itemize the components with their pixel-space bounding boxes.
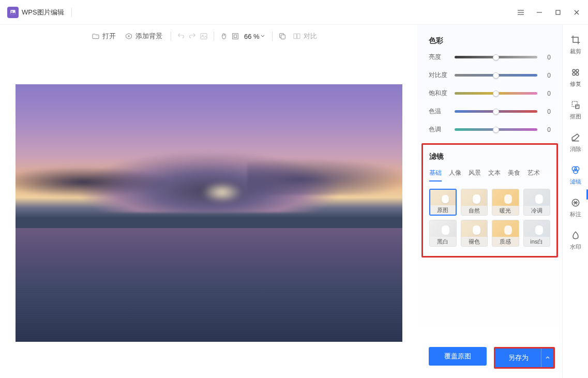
undo-icon[interactable] xyxy=(176,32,186,41)
slider-thumb[interactable] xyxy=(493,109,499,115)
side-tool-crop[interactable]: 裁剪 xyxy=(570,34,581,55)
slider-saturation: 饱和度 0 xyxy=(429,89,551,98)
filter-icon xyxy=(570,164,581,176)
saveas-button[interactable]: 另存为 xyxy=(495,349,541,367)
maximize-icon[interactable] xyxy=(551,5,565,20)
saveas-highlight: 另存为 xyxy=(494,347,555,369)
app-logo-icon xyxy=(7,7,19,18)
filter-grid: 原图 自然 暖光 冷调 黑白 褪色 质感 ins白 xyxy=(429,189,550,247)
chevron-down-icon xyxy=(261,34,265,38)
separator xyxy=(171,32,171,41)
filter-item-natural[interactable]: 自然 xyxy=(461,189,488,216)
side-tool-cutout[interactable]: 抠图 xyxy=(570,99,581,120)
slider-temperature: 色温 0 xyxy=(429,107,551,116)
svg-point-19 xyxy=(576,69,578,72)
cutout-icon xyxy=(570,99,581,111)
zoom-value[interactable]: 66 % xyxy=(242,33,267,40)
slider-value: 0 xyxy=(541,54,551,61)
slider-track[interactable] xyxy=(455,110,537,113)
slider-value: 0 xyxy=(541,108,551,115)
slider-tint: 色调 0 xyxy=(429,125,551,134)
minimize-icon[interactable] xyxy=(532,5,547,20)
side-tool-watermark[interactable]: 水印 xyxy=(570,230,581,251)
filter-tab-text[interactable]: 文本 xyxy=(488,169,501,182)
filter-item-bw[interactable]: 黑白 xyxy=(429,220,457,247)
slider-thumb[interactable] xyxy=(493,127,499,133)
slider-label: 饱和度 xyxy=(429,89,450,98)
slider-label: 色调 xyxy=(429,125,450,134)
overwrite-button[interactable]: 覆盖原图 xyxy=(429,347,487,366)
canvas-area: 打开 添加背景 66 % 对比 xyxy=(0,25,417,378)
slider-thumb[interactable] xyxy=(493,72,499,79)
filter-item-texture[interactable]: 质感 xyxy=(492,220,519,247)
menu-icon[interactable] xyxy=(514,5,528,20)
watermark-icon xyxy=(570,230,581,241)
slider-thumb[interactable] xyxy=(493,54,499,61)
redo-icon[interactable] xyxy=(188,32,197,41)
compare-label: 对比 xyxy=(304,32,317,41)
svg-rect-16 xyxy=(294,34,296,38)
filter-item-inswhite[interactable]: ins白 xyxy=(523,220,551,247)
slider-track[interactable] xyxy=(455,56,537,58)
hand-icon[interactable] xyxy=(219,32,229,41)
slider-thumb[interactable] xyxy=(493,90,499,97)
side-tool-repair[interactable]: 修复 xyxy=(570,67,581,88)
close-icon[interactable] xyxy=(569,5,584,20)
svg-rect-11 xyxy=(201,34,207,39)
filter-tab-art[interactable]: 艺术 xyxy=(527,169,540,182)
compare-icon xyxy=(292,32,301,41)
bottom-bar: 覆盖原图 另存为 xyxy=(429,347,555,369)
slider-brightness: 亮度 0 xyxy=(429,53,551,62)
titlebar: WPS图片编辑 xyxy=(0,0,588,25)
svg-rect-17 xyxy=(297,34,299,38)
crop-icon xyxy=(570,34,581,46)
filter-tabs: 基础 人像 风景 文本 美食 艺术 xyxy=(429,169,550,182)
svg-point-1 xyxy=(11,11,12,12)
svg-rect-13 xyxy=(233,34,238,39)
compare-button[interactable]: 对比 xyxy=(289,29,320,43)
right-panel: 色彩 亮度 0 对比度 0 饱和度 0 色温 0 色调 0 滤镜 xyxy=(417,25,562,378)
svg-point-26 xyxy=(575,167,579,171)
image-preview xyxy=(16,84,402,342)
svg-point-20 xyxy=(572,73,575,75)
filter-item-fade[interactable]: 褪色 xyxy=(461,220,488,247)
side-tool-filter[interactable]: 滤镜 xyxy=(570,164,581,186)
side-tool-erase[interactable]: 消除 xyxy=(570,132,581,153)
slider-track[interactable] xyxy=(455,92,537,95)
filter-tab-landscape[interactable]: 风景 xyxy=(469,169,481,182)
filter-tab-basic[interactable]: 基础 xyxy=(429,169,442,182)
canvas-viewport[interactable] xyxy=(0,48,417,378)
open-button[interactable]: 打开 xyxy=(88,29,119,43)
filter-item-warm[interactable]: 暖光 xyxy=(492,189,519,216)
color-section-title: 色彩 xyxy=(429,36,551,46)
side-tools: 裁剪 修复 抠图 消除 滤镜 标注 水印 xyxy=(562,25,588,378)
slider-value: 0 xyxy=(541,126,551,133)
filter-item-original[interactable]: 原图 xyxy=(429,189,457,216)
folder-icon xyxy=(91,32,100,41)
slider-value: 0 xyxy=(541,72,551,79)
addbg-button[interactable]: 添加背景 xyxy=(121,29,165,43)
fit-icon[interactable] xyxy=(231,32,240,41)
svg-point-21 xyxy=(576,73,578,75)
slider-track[interactable] xyxy=(455,74,537,77)
slider-label: 对比度 xyxy=(429,71,450,80)
separator xyxy=(71,8,72,17)
slider-track[interactable] xyxy=(455,128,537,131)
svg-rect-15 xyxy=(281,35,285,39)
svg-rect-22 xyxy=(572,101,577,107)
image-icon[interactable] xyxy=(199,32,208,41)
addbg-icon xyxy=(124,32,133,41)
filter-item-cold[interactable]: 冷调 xyxy=(523,189,551,216)
app-title: WPS图片编辑 xyxy=(22,8,64,17)
open-label: 打开 xyxy=(102,32,116,41)
annotate-icon xyxy=(570,197,581,208)
svg-rect-14 xyxy=(234,35,236,37)
side-tool-annotate[interactable]: 标注 xyxy=(570,197,581,218)
saveas-dropdown-icon[interactable] xyxy=(541,349,553,367)
separator xyxy=(272,32,273,41)
filter-tab-portrait[interactable]: 人像 xyxy=(449,169,461,182)
copy-icon[interactable] xyxy=(278,32,287,41)
repair-icon xyxy=(570,67,581,78)
filter-tab-food[interactable]: 美食 xyxy=(508,169,520,182)
svg-point-18 xyxy=(572,69,575,72)
